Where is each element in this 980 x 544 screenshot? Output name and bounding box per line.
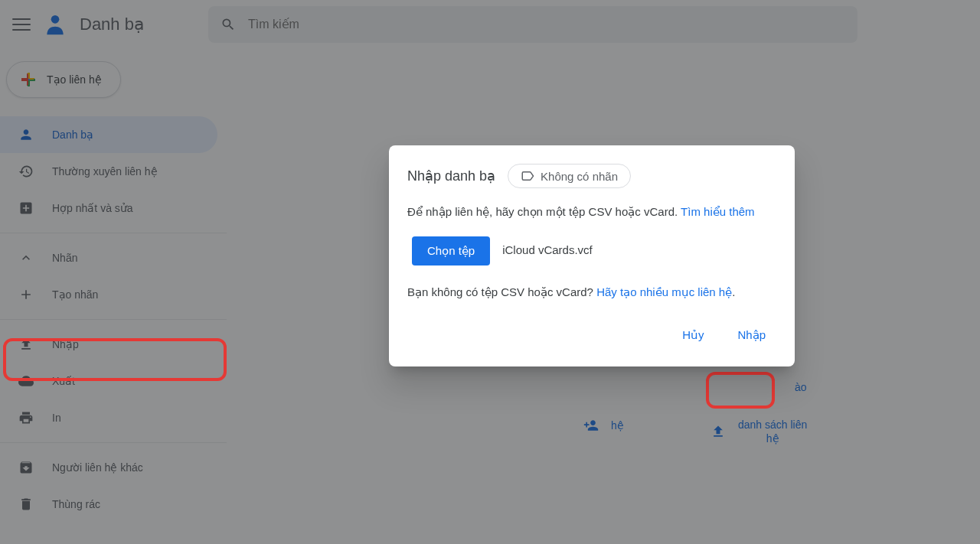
dialog-description: Để nhập liên hệ, hãy chọn một tệp CSV ho… [407, 204, 776, 221]
dialog-title: Nhập danh bạ [407, 168, 495, 184]
dialog-body: Để nhập liên hệ, hãy chọn một tệp CSV ho… [407, 204, 776, 301]
import-button[interactable]: Nhập [727, 322, 776, 348]
selected-file-name: iCloud vCards.vcf [502, 242, 593, 259]
choose-file-button[interactable]: Chọn tệp [412, 236, 490, 265]
import-dialog: Nhập danh bạ Không có nhãn Để nhập liên … [389, 145, 795, 366]
no-label-chip[interactable]: Không có nhãn [508, 164, 631, 188]
dialog-no-file-text: Bạn không có tệp CSV hoặc vCard? Hãy tạo… [407, 284, 776, 301]
cancel-button[interactable]: Hủy [671, 322, 714, 348]
create-multiple-link[interactable]: Hãy tạo nhiều mục liên hệ [596, 285, 732, 298]
file-row: Chọn tệp iCloud vCards.vcf [407, 232, 776, 270]
chip-label: Không có nhãn [541, 170, 618, 183]
learn-more-link[interactable]: Tìm hiểu thêm [681, 205, 755, 218]
label-outline-icon [521, 169, 534, 183]
dialog-header: Nhập danh bạ Không có nhãn [407, 164, 776, 188]
dialog-actions: Hủy Nhập [407, 322, 776, 348]
